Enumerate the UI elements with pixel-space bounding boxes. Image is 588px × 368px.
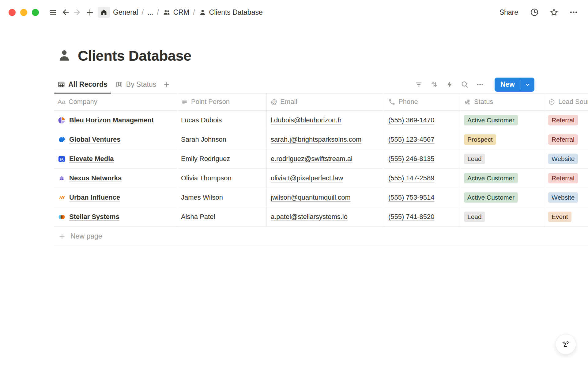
email-cell[interactable]: olivia.t@pixelperfect.law (267, 169, 384, 188)
lead-source-cell[interactable]: Website (544, 188, 588, 207)
logo-global-ventures (58, 136, 66, 144)
lead-source-cell[interactable]: Referral (544, 111, 588, 130)
forward-button[interactable] (71, 6, 84, 18)
lead-source-cell[interactable]: Referral (544, 130, 588, 149)
company-name[interactable]: Elevate Media (69, 155, 114, 163)
email-cell[interactable]: a.patel@stellarsystems.io (267, 207, 384, 226)
automations-button[interactable] (444, 79, 455, 90)
email-link[interactable]: olivia.t@pixelperfect.law (271, 174, 343, 182)
page-title[interactable]: Clients Database (78, 47, 191, 64)
email-link[interactable]: jwilson@quantumquill.com (271, 194, 351, 201)
page-person-icon[interactable] (57, 48, 72, 63)
status-cell[interactable]: Lead (460, 149, 544, 168)
share-button[interactable]: Share (498, 7, 520, 18)
add-view-button[interactable] (160, 78, 173, 91)
sort-button[interactable] (428, 79, 440, 90)
column-label: Point Person (191, 98, 230, 106)
history-button[interactable] (529, 6, 540, 18)
more-options-button[interactable] (568, 6, 579, 18)
company-name[interactable]: Urban Influence (69, 194, 120, 201)
new-record-dropdown-button[interactable] (521, 78, 534, 92)
phone-cell[interactable]: (555) 369-1470 (384, 111, 460, 130)
at-sign-icon: @ (271, 98, 277, 105)
table-row: Global Ventures Sarah Johnson sarah.j@br… (54, 130, 588, 149)
company-cell[interactable]: Elevate Media (54, 149, 177, 168)
column-header-company[interactable]: Aa Company (54, 93, 177, 110)
new-record-split-button: New (495, 78, 534, 92)
email-cell[interactable]: e.rodriguez@swiftstream.ai (267, 149, 384, 168)
phone-link[interactable]: (555) 753-9514 (388, 194, 434, 201)
company-name[interactable]: Bleu Horizon Management (69, 116, 154, 124)
sidebar-toggle-button[interactable] (47, 6, 59, 18)
phone-cell[interactable]: (555) 753-9514 (384, 188, 460, 207)
breadcrumb-item-crm[interactable]: CRM (160, 7, 192, 18)
column-header-email[interactable]: @ Email (267, 93, 384, 110)
lead-source-cell[interactable]: Referral (544, 169, 588, 188)
breadcrumb-item-general[interactable]: General (111, 7, 141, 18)
status-cell[interactable]: Prospect (460, 130, 544, 149)
point-person-cell[interactable]: Aisha Patel (177, 207, 267, 226)
minimize-window-button[interactable] (20, 9, 27, 16)
company-name[interactable]: Global Ventures (69, 136, 121, 144)
new-tab-button[interactable] (84, 6, 96, 18)
point-person-cell[interactable]: Sarah Johnson (177, 130, 267, 149)
tab-by-status[interactable]: By Status (111, 76, 160, 93)
new-record-button[interactable]: New (495, 78, 521, 92)
new-page-row[interactable]: New page (54, 227, 588, 246)
status-cell[interactable]: Active Customer (460, 169, 544, 188)
status-cell[interactable]: Lead (460, 207, 544, 226)
close-window-button[interactable] (9, 9, 16, 16)
lead-source-cell[interactable]: Website (544, 149, 588, 168)
company-cell[interactable]: Global Ventures (54, 130, 177, 149)
filter-button[interactable] (413, 79, 425, 90)
company-cell[interactable]: Stellar Systems (54, 207, 177, 226)
phone-cell[interactable]: (555) 741-8520 (384, 207, 460, 226)
view-controls: New (413, 78, 534, 92)
point-person-cell[interactable]: James Wilson (177, 188, 267, 207)
phone-cell[interactable]: (555) 246-8135 (384, 149, 460, 168)
phone-cell[interactable]: (555) 147-2589 (384, 169, 460, 188)
back-button[interactable] (59, 6, 71, 18)
email-cell[interactable]: l.dubois@bleuhorizon.fr (267, 111, 384, 130)
notion-ai-button[interactable] (556, 334, 576, 355)
breadcrumb-item-ellipsis[interactable]: ... (145, 7, 156, 18)
company-cell[interactable]: Nexus Networks (54, 169, 177, 188)
column-header-status[interactable]: Status (460, 93, 544, 110)
column-header-lead-source[interactable]: Lead Source (544, 93, 588, 110)
company-name[interactable]: Stellar Systems (69, 213, 119, 221)
email-link[interactable]: sarah.j@brightsparksolns.com (271, 136, 361, 144)
phone-link[interactable]: (555) 123-4567 (388, 136, 434, 144)
phone-link[interactable]: (555) 369-1470 (388, 116, 434, 124)
column-header-point-person[interactable]: Point Person (177, 93, 267, 110)
filter-icon (415, 80, 423, 89)
phone-cell[interactable]: (555) 123-4567 (384, 130, 460, 149)
breadcrumb-item-clients-database[interactable]: Clients Database (196, 7, 265, 18)
people-icon (163, 8, 171, 16)
column-label: Lead Source (558, 98, 588, 106)
point-person-cell[interactable]: Lucas Dubois (177, 111, 267, 130)
email-link[interactable]: a.patel@stellarsystems.io (271, 213, 348, 221)
company-name[interactable]: Nexus Networks (69, 174, 122, 182)
phone-link[interactable]: (555) 246-8135 (388, 155, 434, 163)
status-cell[interactable]: Active Customer (460, 111, 544, 130)
company-cell[interactable]: Urban Influence (54, 188, 177, 207)
search-button[interactable] (459, 79, 471, 90)
lead-source-cell[interactable]: Event (544, 207, 588, 226)
point-person-cell[interactable]: Olivia Thompson (177, 169, 267, 188)
point-person-cell[interactable]: Emily Rodriguez (177, 149, 267, 168)
breadcrumb-home-button[interactable] (98, 7, 110, 18)
email-cell[interactable]: jwilson@quantumquill.com (267, 188, 384, 207)
email-cell[interactable]: sarah.j@brightsparksolns.com (267, 130, 384, 149)
favorite-button[interactable] (549, 6, 559, 18)
company-cell[interactable]: Bleu Horizon Management (54, 111, 177, 130)
tab-all-records[interactable]: All Records (54, 76, 111, 93)
phone-link[interactable]: (555) 741-8520 (388, 213, 434, 221)
status-cell[interactable]: Active Customer (460, 188, 544, 207)
column-label: Status (474, 98, 493, 106)
email-link[interactable]: e.rodriguez@swiftstream.ai (271, 155, 352, 163)
phone-link[interactable]: (555) 147-2589 (388, 174, 434, 182)
view-more-button[interactable] (474, 79, 486, 90)
email-link[interactable]: l.dubois@bleuhorizon.fr (271, 116, 341, 124)
column-header-phone[interactable]: Phone (384, 93, 460, 110)
zoom-window-button[interactable] (32, 9, 39, 16)
